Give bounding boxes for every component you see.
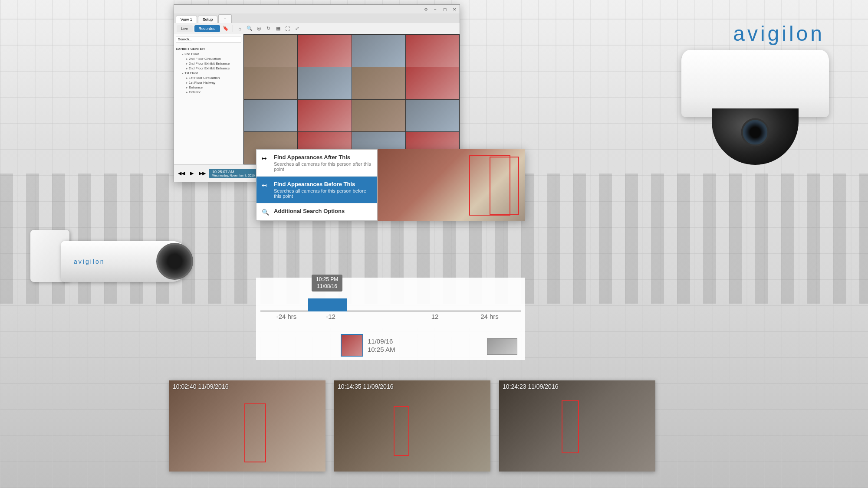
refresh-icon[interactable]: ↻ — [265, 25, 273, 33]
dome-camera — [681, 50, 829, 167]
tree-item[interactable]: 2nd Floor — [176, 52, 241, 56]
menu-title: Find Appearances After This — [274, 154, 372, 160]
menu-title: Find Appearances Before This — [274, 181, 372, 187]
camera-grid — [243, 34, 460, 164]
result-date: 11/09/16 — [368, 337, 395, 346]
anchor-time: 10:25 PM — [316, 276, 338, 283]
brand-logo: avigilon — [733, 22, 825, 46]
mode-recorded[interactable]: Recorded — [194, 25, 220, 32]
menu-desc: Searches all cameras for this person bef… — [274, 188, 372, 199]
camera-body: avigilon — [61, 241, 191, 282]
zoom-icon[interactable]: 🔍 — [246, 25, 253, 33]
bookmark-icon[interactable]: 🔖 — [222, 25, 230, 33]
detection-preview[interactable] — [378, 149, 525, 221]
result-card[interactable]: 10:02:40 11/09/2016 — [169, 380, 326, 472]
result-meta: 11/09/16 10:25 AM — [368, 337, 395, 354]
close-button[interactable]: ✕ — [451, 6, 457, 12]
anchor-timestamp: 10:25 PM 11/08/16 — [312, 275, 342, 291]
home-icon[interactable]: ⌂ — [236, 25, 244, 33]
camera-tile[interactable] — [406, 67, 459, 99]
titlebar: ⚙ − ◻ ✕ — [174, 5, 460, 13]
tick-label: -24 hrs — [276, 313, 297, 320]
playback-date: Wednesday, November 9, 2016 — [212, 174, 255, 177]
result-card[interactable]: 10:14:35 11/09/2016 — [334, 380, 490, 472]
maximize-button[interactable]: ◻ — [442, 6, 448, 12]
camera-tile[interactable] — [352, 67, 405, 99]
anchor-date: 11/08/16 — [316, 283, 338, 290]
result-timestamp: 10:14:35 11/09/2016 — [338, 383, 393, 390]
camera-brand-label: avigilon — [74, 258, 105, 265]
camera-dome — [712, 108, 799, 165]
camera-housing — [681, 50, 829, 117]
arrow-left-icon: ↤ — [262, 182, 270, 189]
camera-tile[interactable] — [352, 100, 405, 132]
context-menu: ↦ Find Appearances After This Searches a… — [256, 149, 378, 221]
tree-root[interactable]: EXHIBIT CENTER — [176, 46, 241, 52]
camera-tile[interactable] — [244, 35, 297, 67]
camera-tile[interactable] — [406, 35, 459, 67]
detection-box — [394, 406, 409, 456]
detection-box — [490, 157, 519, 215]
menu-additional-options[interactable]: 🔍 Additional Search Options — [256, 203, 377, 220]
next-icon[interactable]: ▶▶ — [198, 170, 206, 177]
tree-item[interactable]: 2nd Floor Circulation — [176, 56, 241, 61]
detection-box — [244, 403, 266, 463]
tree-item[interactable]: 2nd Floor Exhibit Entrance — [176, 61, 241, 66]
separator — [233, 25, 233, 32]
search-timeline-panel: 10:25 PM 11/08/16 -24 hrs -12 12 24 hrs … — [256, 278, 525, 360]
camera-tile[interactable] — [352, 35, 405, 67]
appearance-search-popup: ↦ Find Appearances After This Searches a… — [256, 149, 525, 221]
layout-icon[interactable]: ▦ — [274, 25, 282, 33]
toolbar: Live Recorded 🔖 ⌂ 🔍 ◎ ↻ ▦ ⛶ ⤢ — [174, 23, 460, 34]
tree-item[interactable]: Exterior — [176, 90, 241, 95]
detection-box — [562, 400, 579, 453]
tree-footer — [174, 96, 243, 100]
tabs-row: View 1 Setup ＋ — [174, 13, 460, 23]
tree-item[interactable]: 1st Floor Hallway — [176, 80, 241, 85]
minimize-button[interactable]: − — [432, 6, 438, 12]
arrow-right-icon: ↦ — [262, 155, 270, 162]
search-input[interactable]: Search... — [176, 36, 241, 43]
camera-tile[interactable] — [244, 67, 297, 99]
result-timestamp: 10:24:23 11/09/2016 — [503, 383, 558, 390]
tree-item[interactable]: 2nd Floor Exhibit Entrance — [176, 66, 241, 71]
camera-tile[interactable] — [298, 35, 351, 67]
device-tree: EXHIBIT CENTER 2nd Floor 2nd Floor Circu… — [174, 44, 243, 96]
result-time: 10:25 AM — [368, 345, 395, 354]
tab-add[interactable]: ＋ — [218, 14, 232, 23]
menu-desc: Searches all cameras for this person aft… — [274, 161, 372, 172]
menu-find-before[interactable]: ↤ Find Appearances Before This Searches … — [256, 177, 377, 203]
result-card[interactable]: 10:24:23 11/09/2016 — [499, 380, 655, 472]
settings-icon[interactable]: ⚙ — [423, 6, 429, 12]
anchor-result[interactable]: 11/09/16 10:25 AM — [341, 334, 395, 357]
expand-icon[interactable]: ⤢ — [293, 25, 301, 33]
range-marker[interactable] — [308, 298, 347, 311]
tab-setup[interactable]: Setup — [198, 16, 218, 23]
tree-item[interactable]: Entrance — [176, 85, 241, 90]
range-slider[interactable]: -24 hrs -12 12 24 hrs — [260, 298, 521, 311]
menu-find-after[interactable]: ↦ Find Appearances After This Searches a… — [256, 150, 377, 177]
camera-tile[interactable] — [244, 100, 297, 132]
camera-tile[interactable] — [406, 100, 459, 132]
result-timestamp: 10:02:40 11/09/2016 — [173, 383, 228, 390]
result-strip: 10:02:40 11/09/2016 10:14:35 11/09/2016 … — [169, 380, 655, 472]
spare-thumbnail[interactable] — [487, 338, 517, 355]
target-icon[interactable]: ◎ — [255, 25, 263, 33]
prev-icon[interactable]: ◀◀ — [178, 170, 185, 177]
play-icon[interactable]: ▶ — [188, 170, 196, 177]
tree-panel: Search... EXHIBIT CENTER 2nd Floor 2nd F… — [174, 34, 243, 164]
tree-item[interactable]: 1st Floor — [176, 71, 241, 75]
time-display: 10:25:07 AM Wednesday, November 9, 2016 — [209, 169, 258, 178]
mode-live[interactable]: Live — [177, 25, 193, 32]
tick-label: 12 — [431, 313, 439, 320]
tab-view[interactable]: View 1 — [176, 16, 197, 23]
result-thumbnail[interactable] — [341, 334, 363, 357]
search-icon: 🔍 — [262, 209, 270, 216]
tree-item[interactable]: 1st Floor Circulation — [176, 75, 241, 80]
tick-label: -12 — [326, 313, 335, 320]
fullscreen-icon[interactable]: ⛶ — [284, 25, 292, 33]
camera-tile[interactable] — [298, 67, 351, 99]
bullet-camera: avigilon — [30, 217, 213, 317]
camera-tile[interactable] — [298, 100, 351, 132]
playback-time: 10:25:07 AM — [212, 170, 255, 174]
